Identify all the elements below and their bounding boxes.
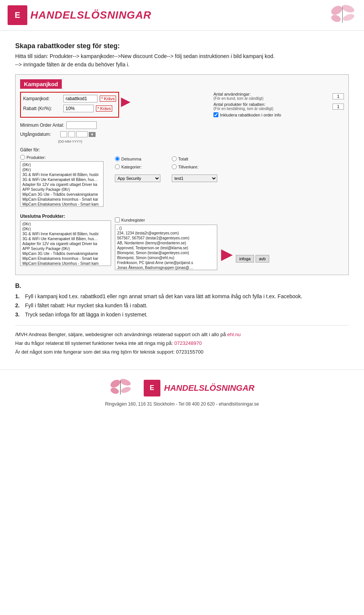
min-order-input[interactable] (66, 121, 97, 129)
list-item: (0Kr) (21, 162, 101, 167)
radio-totalt: Totalt (172, 156, 217, 161)
list-item: Adapter för 12V via cigarett uttaget Dri… (21, 241, 101, 246)
app-security-dropdown[interactable]: App Security (115, 175, 160, 182)
test1-dropdown[interactable]: test1 (172, 175, 217, 182)
screenshot-left: Kampanjkod: * Krävs Rabatt (Kr/%): * Krä… (20, 92, 210, 143)
list-item: Jonas Åkesson, Badrumsgruppen (jonas@bac (116, 265, 196, 270)
list-item: (0Kr) (21, 222, 101, 226)
antal-prod-input[interactable] (333, 104, 344, 110)
inkludera-checkbox[interactable] (213, 112, 218, 117)
action-area: ▶ infoga avb (221, 210, 269, 270)
radio-delsumma: Delsumma (115, 156, 160, 161)
antal-prod-hint: (För en beställning, tom är oändligt) (213, 107, 273, 111)
step-3-num: 3. (15, 311, 23, 318)
infoga-button[interactable]: infoga (236, 255, 254, 263)
svg-point-8 (120, 386, 132, 394)
step-3-text: Tryck sedan infoga för att lägga in kode… (25, 311, 147, 318)
footer-butterfly-left-icon (110, 377, 132, 398)
app-security-dropdown-row: App Security (115, 175, 160, 182)
step-1: 1. Fyll i kampanj kod t.ex. rabattkod1 e… (15, 293, 349, 299)
kampanjkod-header: Kampanjkod (20, 79, 62, 89)
kundregister-listbox[interactable]: , () 234, 1234 (testa2r@agenteyes.com) 5… (115, 225, 217, 270)
intro-text-2: --> inringade fälten är de enda du behöv… (15, 61, 349, 68)
date-mm-input[interactable] (68, 131, 75, 137)
phone1-link[interactable]: 0723248970 (174, 340, 202, 346)
button-row: infoga avb (236, 255, 269, 266)
footer-logo: E HANDELSLÖSNINGAR Ringvägen 160, 116 31… (0, 369, 364, 414)
radio-tillverkare-label: Tillverkare: (178, 165, 198, 169)
radio-kategorier-input[interactable] (115, 164, 120, 169)
phone2-text: 0723155700 (176, 349, 203, 355)
top-screenshot: Kampanjkod: * Krävs Rabatt (Kr/%): * Krä… (20, 92, 344, 143)
svg-point-6 (119, 377, 131, 387)
list-item: MipCam 3G Ute - Trådlös övervakningskame (21, 192, 101, 197)
date-picker-button[interactable]: ▼ (89, 132, 96, 137)
extra-fields: Minimum Order Antal: Utgångsdatum: ▼ (DD… (20, 121, 210, 143)
rabatt-input[interactable] (63, 105, 94, 112)
footer-line3: Är det något som inte fungerar som det s… (15, 349, 349, 355)
step-3: 3. Tryck sedan infoga för att lägga in k… (15, 311, 349, 318)
date-dd-input[interactable] (60, 131, 67, 137)
antal-anv-input[interactable] (333, 93, 344, 99)
list-item: Blomqvist, Simon (simon@ehl.nu) (116, 255, 196, 260)
steps-list: 1. Fyll i kampanj kod t.ex. rabattkod1 e… (15, 293, 349, 318)
inkludera-checkbox-row: Inkludera rabattkoden i order info (213, 112, 344, 117)
date-yyyy-input[interactable] (76, 131, 88, 137)
footer-logo-row: E HANDELSLÖSNINGAR (144, 380, 254, 396)
galler-section: Gäller för: Produkter: (0Kr) (0Kr) 3G & … (20, 147, 344, 207)
radio-totalt-input[interactable] (172, 156, 177, 161)
ehl-link[interactable]: ehl.nu (227, 332, 240, 337)
footer-line2: Har du frågor relaterat till systemet fu… (15, 340, 349, 346)
radio-totalt-label: Totalt (178, 157, 188, 161)
logo-area: E HANDELSLÖSNINGAR (8, 5, 151, 25)
kundregister-checkbox-row: Kundregister (115, 217, 217, 222)
step-2-num: 2. (15, 302, 23, 308)
main-content: Skapa rabattkoder steg för steg: Hitta t… (0, 31, 364, 369)
usage-section: Antal användningar: (För en kund, tom är… (213, 92, 344, 117)
logo-text: HANDELSLÖSNINGAR (30, 9, 151, 21)
footer-address: Ringvägen 160, 116 31 Stockholm - Tel 08… (105, 401, 259, 407)
logo-letter: E (15, 10, 20, 20)
galler-label: Gäller för: (20, 147, 344, 153)
step-2-text: Fyll i fältet rabatt: Hur mycket ska kun… (25, 302, 147, 308)
avb-button[interactable]: avb (256, 255, 269, 263)
radio-kategorier: Kategorier: (115, 164, 160, 169)
footer-line1: /MVH Andreas Bengter, säljare, webdesign… (15, 332, 349, 337)
list-item: 234, 1234 (testa2r@agenteyes.com) (116, 231, 196, 236)
svg-point-2 (330, 14, 342, 23)
utgangsdatum-label: Utgångsdatum: (20, 132, 58, 137)
arrow-big-icon: ▶ (221, 245, 233, 266)
page-header: E HANDELSLÖSNINGAR (0, 0, 364, 31)
bottom-section: Uteslutna Produkter: (0Kr) (0Kr) 3G & Wi… (20, 210, 344, 270)
date-input-group: ▼ (60, 131, 96, 137)
inkludera-label: Inkludera rabattkoden i order info (220, 113, 281, 117)
rabatt-row: Rabatt (Kr/%): * Krävs (23, 105, 116, 112)
radio-delsumma-label: Delsumma (121, 157, 141, 161)
left-radio-group: Produkter: (0Kr) (0Kr) 3G & WiFi Inne Ka… (20, 155, 104, 207)
required-tag-1: * Krävs (100, 96, 116, 102)
svg-point-5 (110, 378, 121, 389)
radio-tillverkare-input[interactable] (172, 164, 177, 169)
antal-prod-row: Antal produkter för rabatten: (För en be… (213, 102, 344, 111)
list-item: 3G & WiFi Inne Kamerapaket till Båten, h… (21, 172, 101, 177)
kampanjkod-label: Kampanjkod: (23, 96, 61, 101)
list-item: APP Security Package (0Kr) (21, 246, 101, 251)
min-order-label: Minimum Order Antal: (20, 123, 64, 128)
step-2: 2. Fyll i fältet rabatt: Hur mycket ska … (15, 302, 349, 308)
kampanjkod-input[interactable] (63, 95, 97, 102)
footer-decoration: E HANDELSLÖSNINGAR (15, 377, 349, 398)
kundregister-checkbox[interactable] (115, 217, 120, 222)
list-item: (0Kr) (21, 226, 101, 231)
intro-text-1: Hitta till sidan: Produkter--> kampanjko… (15, 53, 349, 59)
uteslutna-section: Uteslutna Produkter: (0Kr) (0Kr) 3G & Wi… (20, 214, 111, 270)
radio-produkter-input[interactable] (20, 155, 25, 160)
produkter-listbox[interactable]: (0Kr) (0Kr) 3G & WiFi Inne Kamerapaket t… (20, 161, 104, 207)
required-fields-box: Kampanjkod: * Krävs Rabatt (Kr/%): * Krä… (20, 92, 119, 118)
list-item: Approved, Testperson-se (test@klarna.se) (116, 245, 196, 250)
step-1-text: Fyll i kampanj kod t.ex. rabattkod1 elle… (25, 293, 302, 299)
antal-anv-hint: (För en kund, tom är oändligt) (213, 96, 264, 101)
kundregister-label: Kundregister (121, 218, 145, 222)
radio-delsumma-input[interactable] (115, 156, 120, 161)
uteslutna-listbox[interactable]: (0Kr) (0Kr) 3G & WiFi Inne Kamerapaket t… (20, 220, 111, 266)
section-title: Skapa rabattkoder steg för steg: (15, 42, 349, 50)
